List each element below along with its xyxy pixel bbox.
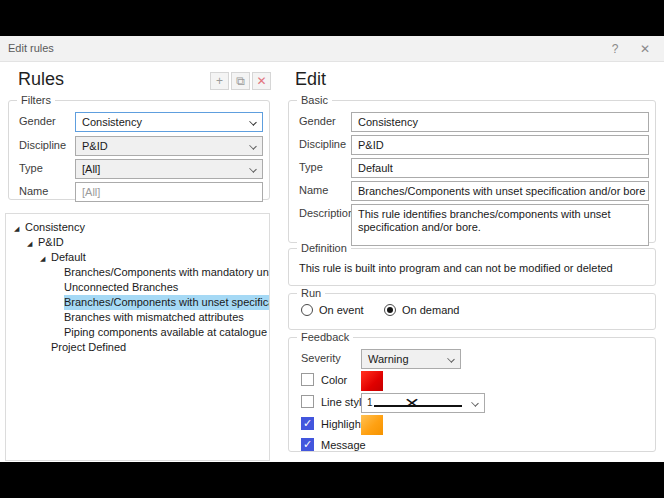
- basic-group: Basic Gender Consistency Discipline P&ID…: [288, 100, 656, 243]
- basic-name-label: Name: [299, 184, 328, 196]
- duplicate-rule-button[interactable]: ⧉: [231, 72, 250, 90]
- chevron-down-icon: [249, 165, 257, 173]
- highlight-checkbox[interactable]: Highlight: [301, 417, 364, 430]
- filter-gender-value: Consistency: [82, 116, 142, 128]
- line-style-value: 1: [367, 397, 373, 408]
- close-icon[interactable]: ✕: [630, 36, 660, 62]
- basic-discipline-input[interactable]: P&ID: [351, 135, 649, 155]
- line-style-checkbox[interactable]: Line style: [301, 395, 367, 408]
- chevron-down-icon: [471, 399, 479, 407]
- basic-gender-label: Gender: [299, 115, 336, 127]
- tree-item-pid[interactable]: ◢ P&ID: [6, 235, 269, 250]
- basic-type-input[interactable]: Default: [351, 158, 649, 178]
- filter-gender-label: Gender: [19, 115, 56, 127]
- duplicate-icon: ⧉: [236, 74, 245, 88]
- radio-selected-icon: [384, 304, 396, 316]
- line-x-marker-icon: ✕: [404, 395, 420, 411]
- filter-name-label: Name: [19, 185, 48, 197]
- dialog-titlebar: Edit rules ? ✕: [0, 36, 664, 62]
- help-icon[interactable]: ?: [600, 36, 630, 62]
- color-checkbox[interactable]: Color: [301, 373, 347, 386]
- color-swatch[interactable]: [361, 371, 383, 391]
- tree-item-project-defined[interactable]: Project Defined: [6, 340, 269, 355]
- tree-item[interactable]: Branches with mismatched attributes: [6, 310, 269, 325]
- tree-item[interactable]: Branches/Components with mandatory unset…: [6, 265, 269, 280]
- highlight-swatch[interactable]: [361, 415, 383, 435]
- basic-discipline-label: Discipline: [299, 138, 346, 150]
- severity-dropdown[interactable]: Warning: [361, 349, 461, 369]
- filters-group: Filters Gender Consistency Discipline P&…: [8, 100, 270, 200]
- filters-group-title: Filters: [17, 94, 55, 106]
- definition-group-title: Definition: [297, 242, 351, 254]
- severity-value: Warning: [368, 353, 409, 365]
- chevron-down-icon: [447, 355, 455, 363]
- definition-text: This rule is built into program and can …: [299, 262, 613, 274]
- basic-name-input[interactable]: Branches/Components with unset specifica…: [351, 181, 649, 201]
- checkbox-unchecked-icon: [301, 395, 314, 408]
- run-on-demand-radio[interactable]: On demand: [384, 304, 459, 316]
- filter-name-input[interactable]: [All]: [75, 182, 263, 202]
- tree-item-consistency[interactable]: ◢ Consistency: [6, 220, 269, 235]
- chevron-down-icon: [249, 142, 257, 150]
- add-rule-button[interactable]: +: [210, 72, 229, 90]
- edit-panel-title: Edit: [295, 69, 326, 90]
- basic-type-label: Type: [299, 161, 323, 173]
- run-on-event-radio[interactable]: On event: [301, 304, 364, 316]
- checkbox-checked-icon: [301, 438, 314, 451]
- run-group: Run On event On demand: [288, 293, 656, 330]
- dialog-title: Edit rules: [8, 42, 54, 54]
- filter-type-dropdown[interactable]: [All]: [75, 159, 263, 179]
- feedback-group: Feedback Severity Warning Color Line sty…: [288, 337, 656, 452]
- tree-item-selected[interactable]: Branches/Components with unset specifica…: [6, 295, 269, 310]
- chevron-down-icon: [249, 118, 257, 126]
- tree-item[interactable]: Piping components available at catalogue…: [6, 325, 269, 340]
- filter-type-value: [All]: [82, 163, 100, 175]
- basic-description-textarea[interactable]: This rule identifies branches/components…: [351, 204, 649, 246]
- checkbox-unchecked-icon: [301, 373, 314, 386]
- definition-group: Definition This rule is built into progr…: [288, 248, 656, 286]
- severity-label: Severity: [301, 352, 341, 364]
- filter-discipline-value: P&ID: [82, 140, 108, 152]
- dialog-body: Rules + ⧉ ✕ Filters Gender Consistency D…: [0, 62, 664, 462]
- checkbox-checked-icon: [301, 417, 314, 430]
- expander-icon[interactable]: ◢: [14, 221, 19, 235]
- line-style-dropdown[interactable]: 1 ✕: [361, 393, 485, 413]
- rules-tree: ◢ Consistency ◢ P&ID ◢ Default Branches/…: [5, 213, 270, 461]
- basic-group-title: Basic: [297, 94, 332, 106]
- screen: Edit rules ? ✕ Rules + ⧉ ✕ Filters Gende…: [0, 0, 664, 498]
- delete-icon: ✕: [256, 74, 266, 88]
- filter-discipline-dropdown[interactable]: P&ID: [75, 136, 263, 156]
- message-checkbox[interactable]: Message: [301, 438, 366, 451]
- delete-rule-button[interactable]: ✕: [252, 72, 271, 90]
- basic-description-label: Description: [299, 207, 354, 219]
- tree-item[interactable]: Unconnected Branches: [6, 280, 269, 295]
- tree-item-default[interactable]: ◢ Default: [6, 250, 269, 265]
- expander-icon[interactable]: ◢: [40, 251, 45, 265]
- filter-gender-dropdown[interactable]: Consistency: [75, 112, 263, 132]
- feedback-group-title: Feedback: [297, 331, 353, 343]
- letterbox-top: [0, 0, 664, 36]
- rules-toolbar: + ⧉ ✕: [210, 72, 271, 90]
- letterbox-bottom: [0, 462, 664, 498]
- run-group-title: Run: [297, 287, 325, 299]
- plus-icon: +: [216, 74, 223, 88]
- filter-type-label: Type: [19, 162, 43, 174]
- filter-name-placeholder: [All]: [82, 186, 100, 198]
- expander-icon[interactable]: ◢: [27, 236, 32, 250]
- filter-discipline-label: Discipline: [19, 139, 66, 151]
- basic-gender-input[interactable]: Consistency: [351, 112, 649, 132]
- rules-panel-title: Rules: [18, 69, 64, 90]
- radio-icon: [301, 304, 313, 316]
